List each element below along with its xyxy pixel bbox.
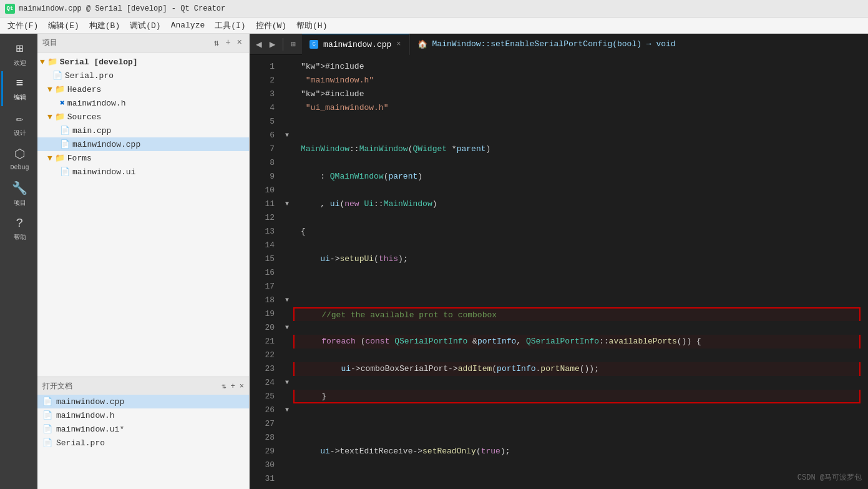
tree-label-mainwindow-ui: mainwindow.ui	[72, 167, 249, 177]
breadcrumb-text: MainWindow::setEnableSerialPortConfig(bo…	[432, 39, 676, 49]
welcome-icon: ⊞	[16, 41, 23, 56]
tab-breadcrumb: 🏠 MainWindow::setEnableSerialPortConfig(…	[409, 34, 868, 55]
fold-14	[281, 239, 293, 252]
fold-10	[281, 184, 293, 197]
line-num-9: 9	[250, 170, 275, 184]
code-line-8: ui->setupUi(this);	[301, 252, 861, 266]
doc-label-serial-pro-open: Serial.pro	[56, 438, 105, 448]
doc-label-mainwindow-h-open: mainwindow.h	[56, 411, 115, 420]
menu-item-工具(I)[interactable]: 工具(I)	[210, 19, 250, 32]
line-num-12: 12	[250, 211, 275, 225]
menu-item-调试(D)[interactable]: 调试(D)	[125, 19, 165, 32]
tree-item-sources[interactable]: ▼📁Sources	[37, 110, 249, 124]
fold-6[interactable]: ▼	[281, 129, 293, 142]
line-num-21: 21	[250, 335, 275, 348]
tree-item-headers[interactable]: ▼📁Headers	[37, 82, 249, 96]
fold-20[interactable]: ▼	[281, 321, 293, 335]
folder-img-headers: 📁	[55, 84, 65, 94]
fold-29	[281, 445, 293, 458]
tree-label-mainwindow-h: mainwindow.h	[67, 99, 249, 108]
sidebar-icon-project[interactable]: 🔧 项目	[1, 176, 36, 211]
line-num-5: 5	[250, 115, 275, 129]
open-docs-close[interactable]: ×	[240, 382, 244, 391]
line-num-18: 18	[250, 294, 275, 307]
open-doc-mainwindow-cpp-open[interactable]: 📄mainwindow.cpp	[37, 395, 249, 408]
edit-icon: ≡	[16, 76, 23, 91]
tree-label-main-cpp: main.cpp	[72, 126, 249, 136]
editor-tab-mainwindow-cpp[interactable]: C mainwindow.cpp ×	[302, 34, 409, 55]
doc-icon-mainwindow-h-open: 📄	[42, 410, 52, 420]
fold-8	[281, 156, 293, 170]
menubar: 文件(F)编辑(E)构建(B)调试(D)Analyze工具(I)控件(W)帮助(…	[0, 17, 868, 34]
code-line-1: "kw">#include	[301, 60, 861, 74]
line-num-27: 27	[250, 417, 275, 431]
nav-separator	[283, 38, 283, 51]
line-num-14: 14	[250, 239, 275, 252]
menu-item-Analyze[interactable]: Analyze	[166, 19, 210, 31]
open-doc-serial-pro-open[interactable]: 📄Serial.pro	[37, 436, 249, 450]
open-doc-mainwindow-h-open[interactable]: 📄mainwindow.h	[37, 408, 249, 422]
line-num-19: 19	[250, 307, 275, 321]
file-tree-panel: 项目 ⇅ + × ▼📁Serial [develop]📄Serial.pro▼📁…	[37, 34, 250, 489]
tree-item-mainwindow-h[interactable]: ✖mainwindow.h	[37, 96, 249, 110]
open-docs-sync[interactable]: ⇅	[222, 382, 226, 391]
help-icon: ?	[16, 216, 23, 230]
sidebar-icon-welcome[interactable]: ⊞ 欢迎	[1, 36, 36, 71]
open-docs-list: 📄mainwindow.cpp📄mainwindow.h📄mainwindow.…	[37, 395, 249, 489]
menu-item-文件(F)[interactable]: 文件(F)	[2, 19, 43, 32]
file-icon-main-cpp: 📄	[60, 126, 70, 136]
open-docs-title: 打开文档	[42, 381, 72, 392]
tab-close-button[interactable]: ×	[396, 40, 401, 49]
file-tree-title: 项目	[42, 37, 57, 48]
menu-item-编辑(E)[interactable]: 编辑(E)	[43, 19, 84, 32]
main-layout: ⊞ 欢迎 ≡ 编辑 ✏ 设计 ⬡ Debug 🔧 项目 ? 帮助 项目 ⇅ + …	[0, 34, 868, 489]
open-docs-add[interactable]: +	[230, 382, 235, 391]
line-num-17: 17	[250, 280, 275, 294]
fold-11[interactable]: ▼	[281, 197, 293, 211]
fold-23	[281, 362, 293, 376]
breadcrumb-icon: 🏠	[417, 39, 427, 49]
tree-item-serial-develop[interactable]: ▼📁Serial [develop]	[37, 55, 249, 69]
nav-forward[interactable]: ▶	[267, 37, 278, 52]
project-label: 项目	[14, 199, 26, 207]
sidebar-icon-help[interactable]: ? 帮助	[1, 211, 36, 246]
tree-item-serial-pro[interactable]: 📄Serial.pro	[37, 69, 249, 82]
tree-item-main-cpp[interactable]: 📄main.cpp	[37, 124, 249, 137]
line-num-6: 6	[250, 129, 275, 142]
menu-item-帮助(H)[interactable]: 帮助(H)	[291, 19, 332, 32]
doc-icon-mainwindow-ui-open: 📄	[42, 424, 52, 434]
nav-arrows: ◀ ▶ ⊞	[250, 37, 302, 52]
fold-18[interactable]: ▼	[281, 294, 293, 307]
line-num-8: 8	[250, 156, 275, 170]
line-num-1: 1	[250, 60, 275, 74]
tree-item-mainwindow-ui[interactable]: 📄mainwindow.ui	[37, 165, 249, 179]
open-doc-mainwindow-ui-open[interactable]: 📄mainwindow.ui*	[37, 422, 249, 436]
tree-item-forms[interactable]: ▼📁Forms	[37, 151, 249, 165]
menu-item-控件(W)[interactable]: 控件(W)	[251, 19, 291, 32]
nav-grid[interactable]: ⊞	[288, 38, 298, 51]
line-num-3: 3	[250, 87, 275, 101]
line-num-32: 32	[250, 486, 275, 489]
line-num-22: 22	[250, 348, 275, 362]
sidebar-icon-design[interactable]: ✏ 设计	[1, 106, 36, 141]
file-icon-mainwindow-cpp: 📄	[60, 139, 70, 149]
line-num-20: 20	[250, 321, 275, 335]
line-num-11: 11	[250, 197, 275, 211]
fold-26[interactable]: ▼	[281, 403, 293, 417]
nav-back[interactable]: ◀	[253, 37, 265, 52]
tree-item-mainwindow-cpp[interactable]: 📄mainwindow.cpp	[37, 137, 249, 151]
fold-7	[281, 142, 293, 156]
debug-icon: ⬡	[14, 146, 25, 162]
code-content[interactable]: "kw">#include "mainwindow.h" "kw">#inclu…	[293, 55, 868, 489]
add-action[interactable]: +	[223, 37, 232, 48]
editor-area: ◀ ▶ ⊞ C mainwindow.cpp × 🏠 MainWindow::s…	[250, 34, 868, 489]
close-action[interactable]: ×	[235, 37, 244, 48]
folder-icon-headers: ▼	[47, 85, 52, 94]
folder-img-serial-develop: 📁	[47, 57, 57, 67]
sidebar-icon-edit[interactable]: ≡ 编辑	[1, 71, 36, 106]
sync-action[interactable]: ⇅	[212, 37, 221, 48]
menu-item-构建(B)[interactable]: 构建(B)	[84, 19, 125, 32]
file-icon-serial-pro: 📄	[52, 71, 62, 81]
sidebar-icon-debug[interactable]: ⬡ Debug	[1, 141, 36, 176]
fold-24[interactable]: ▼	[281, 376, 293, 390]
